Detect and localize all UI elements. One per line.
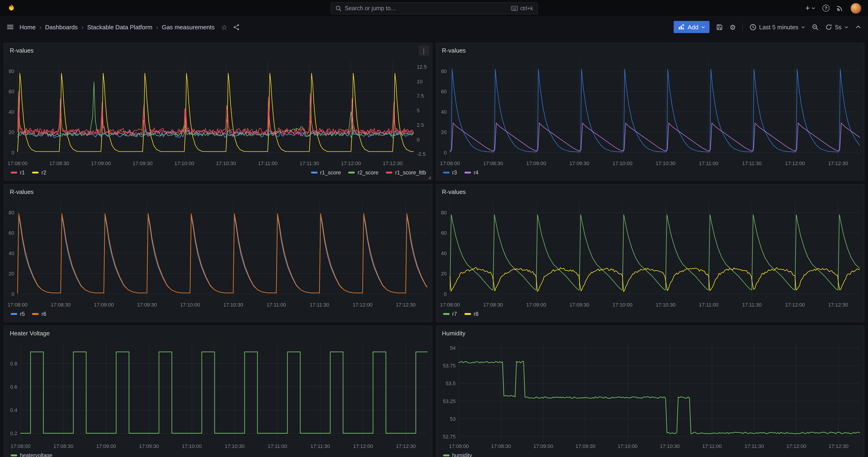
breadcrumb-item-home[interactable]: Home	[20, 24, 36, 30]
legend-item[interactable]: r5	[11, 311, 25, 317]
panel-title[interactable]: R-values	[442, 47, 466, 54]
svg-text:10: 10	[417, 79, 423, 84]
legend-item[interactable]: r4	[464, 170, 478, 175]
settings-button[interactable]: ⚙	[730, 24, 736, 30]
panel-title[interactable]: Heater Voltage	[10, 330, 50, 337]
search-box[interactable]: ctrl+k	[330, 2, 538, 14]
panel-menu-button[interactable]: ⋮	[418, 45, 429, 56]
legend-item[interactable]: r8	[464, 311, 478, 317]
chart[interactable]: 02040608017:08:0017:08:3017:09:0017:09:3…	[436, 57, 864, 168]
clock-icon	[749, 24, 756, 30]
legend-swatch	[348, 172, 355, 174]
svg-text:17:08:30: 17:08:30	[483, 302, 503, 308]
menu-button[interactable]	[6, 23, 14, 31]
chevron-down-icon	[701, 25, 706, 29]
kebab-icon: ⋮	[421, 48, 427, 54]
legend: r7r8	[436, 309, 864, 322]
legend-swatch	[443, 172, 450, 174]
svg-text:17:08:00: 17:08:00	[440, 160, 460, 166]
svg-text:17:08:30: 17:08:30	[49, 160, 69, 166]
refresh-icon	[826, 24, 832, 30]
svg-text:17:12:00: 17:12:00	[341, 160, 361, 166]
grafana-logo[interactable]	[6, 3, 16, 13]
legend-item[interactable]: r6	[32, 311, 46, 317]
svg-text:17:11:00: 17:11:00	[699, 302, 718, 308]
legend-group-left: heatervoltage	[11, 453, 52, 457]
grafana-flame-icon	[6, 3, 16, 13]
svg-text:54: 54	[450, 345, 455, 351]
svg-text:17:11:00: 17:11:00	[267, 302, 286, 308]
breadcrumb-item-dashboard[interactable]: Gas measurements	[162, 24, 215, 30]
legend-swatch	[443, 313, 450, 315]
panel-title[interactable]: Humidity	[442, 330, 465, 337]
legend-label: humidity	[452, 453, 472, 457]
panel-header: R-values	[4, 185, 432, 199]
svg-text:17:11:30: 17:11:30	[742, 302, 761, 308]
chart[interactable]: 020406080-2.502.557.51012.517:08:0017:08…	[4, 57, 432, 168]
chart[interactable]: 0.20.40.60.817:08:0017:08:3017:09:0017:0…	[4, 340, 432, 451]
svg-text:17:11:30: 17:11:30	[300, 160, 319, 166]
new-menu-button[interactable]: +	[805, 4, 815, 12]
chart[interactable]: 02040608017:08:0017:08:3017:09:0017:09:3…	[436, 199, 864, 309]
breadcrumb: Home › Dashboards › Stackable Data Platf…	[20, 24, 215, 30]
svg-text:17:10:30: 17:10:30	[216, 160, 236, 166]
svg-text:17:12:30: 17:12:30	[828, 443, 848, 449]
panel-title[interactable]: R-values	[10, 47, 34, 54]
panel-humidity: Humidity 52.755353.2553.553.755417:08:00…	[436, 326, 864, 457]
legend-item[interactable]: r1	[11, 170, 25, 175]
svg-text:53.5: 53.5	[445, 380, 455, 386]
legend-item[interactable]: r1_score_lttb	[386, 170, 426, 175]
svg-text:17:12:00: 17:12:00	[353, 302, 373, 308]
chart[interactable]: 02040608017:08:0017:08:3017:09:0017:09:3…	[4, 199, 432, 309]
breadcrumb-separator: ›	[81, 24, 84, 30]
svg-text:53.25: 53.25	[443, 398, 455, 404]
legend-item[interactable]: r2	[32, 170, 46, 175]
svg-text:17:11:00: 17:11:00	[268, 443, 287, 449]
svg-text:17:11:00: 17:11:00	[258, 160, 277, 166]
legend-swatch	[11, 313, 17, 315]
svg-text:17:11:30: 17:11:30	[311, 443, 330, 449]
refresh-button[interactable]	[826, 24, 832, 30]
svg-text:40: 40	[9, 250, 14, 256]
news-button[interactable]	[836, 5, 843, 12]
panel-title[interactable]: R-values	[442, 188, 466, 195]
share-button[interactable]	[233, 24, 240, 30]
svg-text:17:09:00: 17:09:00	[526, 160, 546, 166]
refresh-interval-picker[interactable]: 5s	[835, 24, 848, 30]
panel-title[interactable]: R-values	[10, 188, 34, 195]
panel-resize-handle[interactable]	[428, 176, 431, 179]
legend-item[interactable]: r1_score	[311, 170, 341, 175]
legend-item[interactable]: r7	[443, 311, 457, 317]
legend: r5r6	[4, 309, 432, 322]
legend-item[interactable]: humidity	[443, 453, 472, 457]
panel-header: R-values	[4, 43, 432, 57]
legend-item[interactable]: r3	[443, 170, 457, 175]
svg-text:17:10:00: 17:10:00	[617, 443, 638, 449]
svg-text:17:09:30: 17:09:30	[569, 302, 589, 308]
chart-svg: 02040608017:08:0017:08:3017:09:0017:09:3…	[436, 57, 864, 168]
topbar-actions: + ?	[805, 3, 862, 14]
svg-text:17:09:00: 17:09:00	[91, 160, 111, 166]
legend-item[interactable]: heatervoltage	[11, 453, 52, 457]
save-button[interactable]	[716, 24, 723, 30]
svg-text:0: 0	[443, 291, 446, 297]
chevron-down-icon	[844, 25, 848, 29]
svg-text:17:08:00: 17:08:00	[440, 302, 460, 308]
panel-r-values-3: R-values 02040608017:08:0017:08:3017:09:…	[4, 184, 432, 322]
chart[interactable]: 52.755353.2553.553.755417:08:0017:08:301…	[436, 340, 864, 451]
legend: r3r4	[436, 168, 864, 180]
svg-text:20: 20	[441, 271, 446, 277]
breadcrumb-item-folder[interactable]: Stackable Data Platform	[87, 24, 152, 30]
search-input[interactable]	[345, 5, 507, 11]
help-button[interactable]: ?	[823, 5, 829, 12]
legend-item[interactable]: r2_score	[348, 170, 379, 175]
zoom-out-button[interactable]	[812, 24, 819, 30]
legend-swatch	[464, 313, 471, 315]
add-button[interactable]: Add	[674, 21, 710, 33]
svg-text:17:09:30: 17:09:30	[139, 443, 159, 449]
avatar[interactable]	[850, 3, 862, 14]
collapse-button[interactable]	[855, 24, 862, 30]
star-icon[interactable]: ☆	[221, 24, 227, 30]
breadcrumb-item-dashboards[interactable]: Dashboards	[45, 24, 78, 30]
time-range-picker[interactable]: Last 5 minutes	[749, 24, 805, 30]
